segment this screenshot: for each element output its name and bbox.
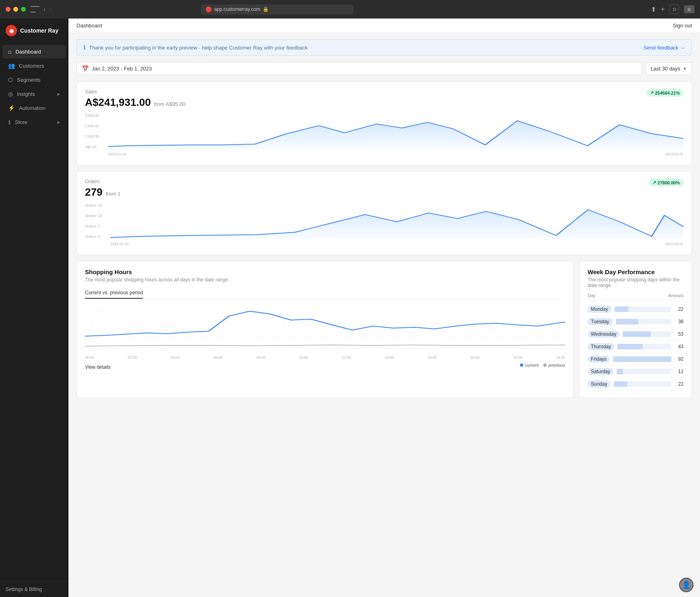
weekday-table-header: Day Amount bbox=[588, 293, 683, 301]
day-bar bbox=[615, 306, 628, 312]
weekday-card: Week Day Performance The most popular sh… bbox=[579, 261, 692, 398]
datepicker[interactable]: 📅 Jan 2, 2023 - Feb 1, 2023 bbox=[77, 62, 642, 75]
tab-current-vs-previous[interactable]: Current vs. previous period bbox=[85, 287, 143, 299]
banner: ℹ Thank you for participating in the ear… bbox=[77, 39, 692, 56]
datepicker-value: Jan 2, 2023 - Feb 1, 2023 bbox=[92, 66, 152, 72]
logo-text: Customer Ray bbox=[20, 27, 58, 34]
sidebar-item-segments[interactable]: ⬡ Segments bbox=[2, 73, 66, 87]
sales-card: Sales A$241,931.00 from A$95.00 ↗ 254564… bbox=[77, 81, 692, 165]
sidebar-item-insights[interactable]: ◎ Insights ▶ bbox=[2, 87, 66, 101]
orders-badge: ↗ 27800.00% bbox=[649, 179, 683, 186]
day-amount: 11 bbox=[675, 369, 683, 374]
sales-from: from A$95.00 bbox=[154, 101, 185, 107]
sidebar-logo: ◉ Customer Ray bbox=[0, 19, 68, 43]
orders-card: Orders 279 from 1 ↗ 27800.00% Orders: 2 bbox=[77, 171, 692, 255]
shopping-hours-title: Shopping Hours bbox=[85, 269, 565, 275]
sidebar-item-label-automation: Automation bbox=[19, 105, 46, 111]
avatar[interactable]: 👤 bbox=[679, 578, 694, 592]
day-amount: 43 bbox=[675, 344, 683, 349]
period-select-label: Last 30 days bbox=[650, 66, 680, 72]
shopping-hours-tabs: Current vs. previous period bbox=[85, 287, 565, 299]
weekday-title: Week Day Performance bbox=[588, 269, 683, 275]
sidebar-item-label-dashboard: Dashboard bbox=[15, 49, 41, 55]
day-bar bbox=[613, 356, 671, 362]
period-chevron-icon: ▼ bbox=[683, 66, 687, 71]
day-bar bbox=[623, 331, 651, 337]
sidebar-item-customers[interactable]: 👥 Customers bbox=[2, 59, 66, 72]
favicon-icon: 🔴 bbox=[205, 6, 212, 12]
table-row: Saturday 11 bbox=[588, 366, 683, 378]
maximize-button[interactable] bbox=[21, 7, 26, 12]
minimize-button[interactable] bbox=[13, 7, 18, 12]
orders-from: from 1 bbox=[106, 191, 120, 197]
insights-chevron-icon: ▶ bbox=[57, 92, 60, 96]
day-bar bbox=[617, 369, 623, 374]
sidebar-toggle[interactable] bbox=[31, 6, 39, 12]
arrow-up-icon: ↗ bbox=[650, 90, 654, 95]
table-row: Monday 22 bbox=[588, 303, 683, 316]
table-row: Fridays 92 bbox=[588, 353, 683, 366]
sidebar-item-store[interactable]: ⫿ Store ▶ bbox=[2, 115, 66, 129]
day-label: Thursday bbox=[588, 343, 614, 350]
weekday-subtitle: The most popular shopping days within th… bbox=[588, 277, 683, 288]
date-filter-row: 📅 Jan 2, 2023 - Feb 1, 2023 Last 30 days… bbox=[77, 62, 692, 75]
sidebar-item-label-segments: Segments bbox=[17, 77, 41, 83]
insights-icon: ◎ bbox=[8, 91, 13, 97]
day-label: Fridays bbox=[588, 355, 610, 363]
back-button[interactable]: ‹ bbox=[43, 6, 46, 13]
orders-chart-svg bbox=[110, 203, 683, 240]
sidebar-footer[interactable]: Settings & Billing bbox=[0, 581, 68, 597]
topbar: Dashboard Sign out bbox=[68, 19, 700, 33]
tab-overview-button[interactable]: ⊡ bbox=[669, 4, 679, 14]
content-area: ℹ Thank you for participating in the ear… bbox=[68, 33, 700, 597]
sales-chart: 3,000.00 1,000.00 7,000.00 A$0.00 bbox=[85, 114, 683, 158]
sidebar-item-label-insights: Insights bbox=[17, 91, 35, 97]
day-label: Saturday bbox=[588, 368, 613, 375]
legend-previous: previous bbox=[543, 363, 565, 368]
legend-current: current bbox=[520, 363, 538, 368]
new-tab-button[interactable]: + bbox=[661, 6, 665, 13]
sidebar: ◉ Customer Ray ⌂ Dashboard 👥 Customers ⬡… bbox=[0, 19, 68, 597]
signout-button[interactable]: Sign out bbox=[673, 23, 692, 29]
bottom-row: Shopping Hours The most popular shopping… bbox=[77, 261, 692, 398]
segments-icon: ⬡ bbox=[8, 76, 13, 83]
day-amount: 53 bbox=[675, 331, 683, 337]
table-row: Tuesday 38 bbox=[588, 316, 683, 328]
send-feedback-link[interactable]: Send feedback → bbox=[644, 45, 685, 51]
address-text: app.customerray.com bbox=[214, 6, 261, 12]
orders-chart: Orders: 28 Orders: 14 Orders: 7 Orders: … bbox=[85, 203, 683, 248]
day-label: Monday bbox=[588, 306, 611, 313]
orders-arrow-icon: ↗ bbox=[652, 180, 656, 185]
sidebar-item-label-store: Store bbox=[15, 119, 27, 125]
info-icon: ℹ bbox=[83, 44, 86, 51]
table-row: Thursday 43 bbox=[588, 341, 683, 353]
store-chevron-icon: ▶ bbox=[57, 120, 60, 124]
settings-billing-link: Settings & Billing bbox=[6, 587, 42, 592]
day-label: Sunday bbox=[588, 380, 611, 388]
sidebar-item-automation[interactable]: ⚡ Automation bbox=[2, 101, 66, 115]
forward-button: › bbox=[50, 6, 52, 13]
close-button[interactable] bbox=[6, 7, 10, 12]
sales-chart-svg bbox=[108, 114, 683, 150]
main-area: Dashboard Sign out ℹ Thank you for parti… bbox=[68, 19, 700, 597]
day-bar bbox=[617, 344, 643, 349]
address-bar[interactable]: 🔴 app.customerray.com 🔒 bbox=[201, 4, 354, 14]
day-amount: 38 bbox=[675, 319, 683, 324]
period-select[interactable]: Last 30 days ▼ bbox=[645, 62, 692, 75]
table-row: Sunday 22 bbox=[588, 378, 683, 390]
sales-label: Sales bbox=[85, 89, 185, 95]
day-amount: 22 bbox=[675, 381, 683, 387]
sidebar-item-dashboard[interactable]: ⌂ Dashboard bbox=[2, 45, 66, 58]
day-label: Tuesday bbox=[588, 318, 613, 325]
orders-value: 279 bbox=[85, 186, 102, 198]
home-icon: ⌂ bbox=[8, 48, 11, 55]
shopping-hours-chart: 00:00 02:00 04:00 06:00 08:00 10:00 12:0… bbox=[85, 304, 565, 360]
share-button[interactable]: ⬆ bbox=[651, 6, 656, 13]
automation-icon: ⚡ bbox=[8, 105, 15, 111]
avatar-image: 👤 bbox=[682, 580, 691, 589]
sidebar-item-label-customers: Customers bbox=[19, 63, 44, 69]
page-title: Dashboard bbox=[77, 23, 102, 29]
day-amount: 92 bbox=[675, 356, 683, 362]
day-label: Wednesday bbox=[588, 331, 619, 338]
extensions-icon: ⊞ bbox=[684, 5, 694, 13]
